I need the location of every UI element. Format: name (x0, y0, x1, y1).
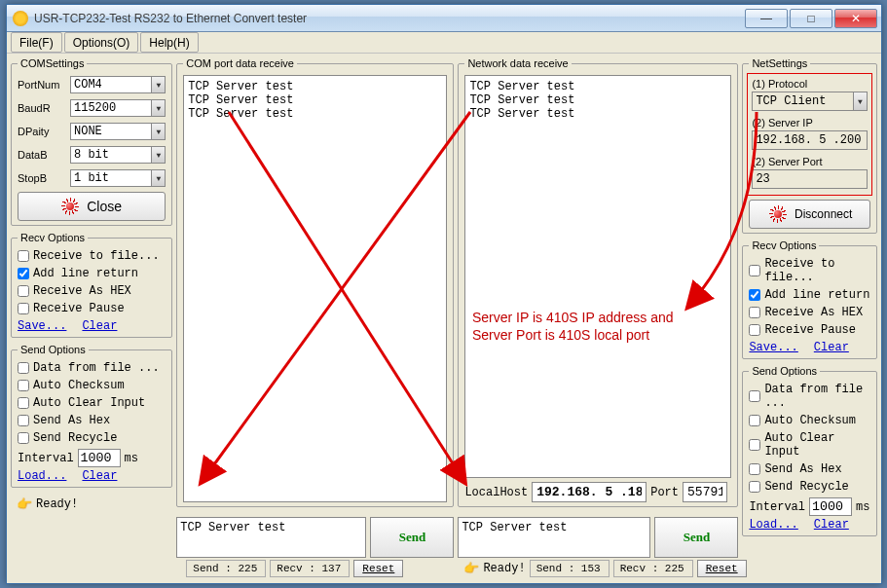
net-send-count: Send : 153 (530, 560, 610, 577)
close-port-button[interactable]: Close (18, 192, 166, 221)
recv-save-link[interactable]: Save... (18, 319, 66, 333)
send-recycle-check[interactable]: Send Recycle (18, 431, 166, 445)
com-receive-text[interactable]: TCP Server test TCP Server test TCP Serv… (183, 75, 447, 502)
recv-clear-link-r[interactable]: Clear (814, 341, 849, 354)
maximize-button[interactable]: □ (790, 9, 832, 28)
titlebar: USR-TCP232-Test RS232 to Ethernet Conver… (7, 5, 881, 32)
parity-select[interactable]: NONE (70, 123, 166, 140)
menubar: File(F) Options(O) Help(H) (7, 32, 881, 54)
stopbits-select[interactable]: 1 bit (70, 169, 166, 187)
send-load-link[interactable]: Load... (18, 469, 66, 483)
com-send-button[interactable]: Send (370, 517, 454, 558)
minimize-button[interactable]: — (745, 9, 788, 28)
auto-clear-check-r[interactable]: Auto Clear Input (749, 431, 870, 459)
server-port-input[interactable] (752, 169, 868, 189)
interval-input[interactable] (78, 449, 121, 467)
chevron-down-icon[interactable] (151, 147, 165, 163)
hand-icon: 👉 (17, 496, 32, 512)
com-reset-button[interactable]: Reset (353, 560, 403, 577)
recv-save-link-r[interactable]: Save... (749, 341, 797, 354)
window-title: USR-TCP232-Test RS232 to Ethernet Conver… (34, 12, 745, 25)
recv-pause-check[interactable]: Receive Pause (18, 302, 166, 315)
interval-input-r[interactable] (809, 497, 852, 516)
app-icon (13, 11, 28, 26)
recv-to-file-check-r[interactable]: Receive to file... (749, 257, 870, 284)
send-clear-link-r[interactable]: Clear (814, 518, 849, 532)
recv-clear-link[interactable]: Clear (82, 319, 117, 333)
add-line-return-check-r[interactable]: Add line return (749, 288, 870, 302)
net-recv-count: Recv : 225 (613, 560, 693, 577)
app-window: USR-TCP232-Test RS232 to Ethernet Conver… (6, 4, 882, 584)
send-load-link-r[interactable]: Load... (749, 518, 797, 532)
recv-options-left: Recv Options Receive to file... Add line… (11, 232, 172, 338)
auto-checksum-check-r[interactable]: Auto Checksum (749, 414, 870, 427)
add-line-return-check[interactable]: Add line return (18, 267, 166, 280)
status-ready-left: 👉Ready! (17, 496, 166, 512)
net-send-input[interactable]: TCP Server test (458, 517, 650, 558)
menu-options[interactable]: Options(O) (64, 32, 139, 53)
send-recycle-check-r[interactable]: Send Recycle (749, 480, 870, 494)
recv-as-hex-check[interactable]: Receive As HEX (18, 284, 166, 298)
send-options-left: Send Options Data from file ... Auto Che… (11, 344, 172, 488)
localhost-input[interactable] (532, 482, 647, 502)
net-receive-text[interactable]: TCP Server test TCP Server test TCP Serv… (464, 75, 731, 478)
send-as-hex-check[interactable]: Send As Hex (18, 414, 166, 427)
recv-options-right: Recv Options Receive to file... Add line… (742, 239, 877, 359)
portnum-select[interactable]: COM4 (70, 76, 166, 93)
open-indicator-icon (61, 198, 79, 215)
chevron-down-icon[interactable] (151, 100, 165, 116)
com-send-count: Send : 225 (186, 560, 266, 577)
chevron-down-icon[interactable] (151, 77, 165, 92)
data-from-file-check-r[interactable]: Data from file ... (749, 383, 870, 410)
menu-file[interactable]: File(F) (11, 32, 62, 53)
com-receive-group: COM port data receive TCP Server test TC… (176, 57, 454, 507)
status-ready-right: 👉Ready! (463, 561, 525, 576)
send-as-hex-check-r[interactable]: Send As Hex (749, 462, 870, 476)
net-settings-group: NetSettings (1) Protocol TCP Client (2) … (742, 57, 877, 234)
recv-to-file-check[interactable]: Receive to file... (18, 249, 166, 263)
recv-pause-check-r[interactable]: Receive Pause (749, 323, 870, 337)
auto-checksum-check[interactable]: Auto Checksum (18, 379, 166, 392)
com-send-input[interactable]: TCP Server test (176, 517, 366, 558)
net-receive-group: Network data receive TCP Server test TCP… (458, 57, 738, 507)
server-ip-input[interactable] (752, 130, 868, 150)
chevron-down-icon[interactable] (853, 92, 867, 110)
chevron-down-icon[interactable] (151, 124, 165, 139)
net-send-button[interactable]: Send (654, 517, 738, 558)
highlighted-box: (1) Protocol TCP Client (2) Server IP (2… (747, 73, 872, 196)
com-recv-count: Recv : 137 (270, 560, 350, 577)
net-reset-button[interactable]: Reset (697, 560, 747, 577)
recv-as-hex-check-r[interactable]: Receive As HEX (749, 306, 870, 319)
send-options-right: Send Options Data from file ... Auto Che… (742, 365, 877, 536)
connect-indicator-icon (769, 205, 787, 223)
localport-input[interactable] (683, 482, 727, 502)
data-from-file-check[interactable]: Data from file ... (18, 361, 166, 375)
protocol-select[interactable]: TCP Client (752, 92, 868, 111)
disconnect-button[interactable]: Disconnect (749, 200, 870, 229)
baud-select[interactable]: 115200 (70, 99, 166, 117)
send-clear-link[interactable]: Clear (82, 469, 117, 483)
hand-icon: 👉 (463, 561, 479, 576)
close-window-button[interactable]: ✕ (834, 9, 877, 28)
com-settings-group: COMSettings PortNumCOM4 BaudR115200 DPai… (11, 57, 172, 226)
databits-select[interactable]: 8 bit (70, 146, 166, 164)
auto-clear-check[interactable]: Auto Clear Input (18, 396, 166, 410)
annotation-text: Server IP is 410S IP address and Server … (472, 309, 674, 344)
chevron-down-icon[interactable] (151, 170, 165, 186)
menu-help[interactable]: Help(H) (140, 32, 198, 53)
